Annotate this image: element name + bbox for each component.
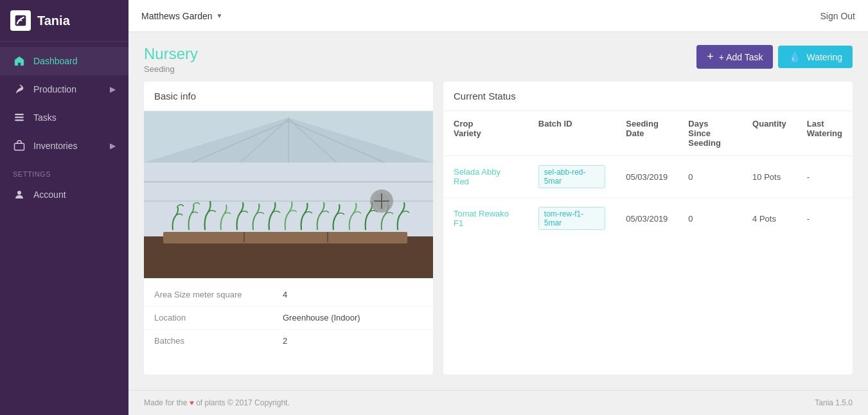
days-since-cell-1: 0	[678, 156, 742, 198]
quantity-cell-2: 4 Pots	[742, 198, 797, 240]
area-value: 4	[283, 290, 287, 299]
garden-name: Matthews Garden	[141, 11, 213, 21]
col-seeding-date: SeedingDate	[616, 111, 678, 156]
sign-out-button[interactable]: Sign Out	[820, 11, 855, 21]
info-row-area: Area Size meter square 4	[144, 283, 433, 306]
sidebar-item-production[interactable]: Production ▶	[0, 75, 128, 103]
seeding-date-cell-1: 05/03/2019	[616, 156, 678, 198]
crop-variety-cell: Selada Abby Red	[443, 156, 528, 198]
production-label: Production	[33, 84, 76, 94]
table-header-row: CropVariety Batch ID SeedingDate Days Si…	[443, 111, 853, 156]
topbar: Matthews Garden ▼ Sign Out	[128, 0, 868, 32]
add-task-label: + Add Task	[719, 52, 763, 62]
current-status-card: Current Status CropVariety Batch ID Seed…	[443, 82, 853, 375]
account-icon	[13, 188, 26, 201]
batch-id-badge-2: tom-rew-f1-5mar	[538, 207, 605, 230]
footer-left: Made for the ♥ of plants © 2017 Copyrigh…	[144, 398, 290, 407]
svg-rect-3	[15, 119, 24, 121]
basic-info-title: Basic info	[144, 82, 433, 111]
col-days-since: Days SinceSeeding	[678, 111, 742, 156]
seeding-date-cell-2: 05/03/2019	[616, 198, 678, 240]
col-batch-id: Batch ID	[528, 111, 616, 156]
settings-section-label: Settings	[0, 160, 128, 181]
svg-rect-22	[244, 232, 245, 242]
location-label: Location	[154, 313, 283, 322]
crop-variety-link-1[interactable]: Selada Abby Red	[454, 167, 500, 186]
tasks-label: Tasks	[33, 112, 57, 123]
basic-info-table: Area Size meter square 4 Location Greenh…	[144, 278, 433, 357]
batch-id-cell-1: sel-abb-red-5mar	[528, 156, 616, 198]
batches-label: Batches	[154, 336, 283, 346]
last-watering-cell-1: -	[797, 156, 853, 198]
garden-selector[interactable]: Matthews Garden ▼	[141, 11, 222, 21]
inventories-chevron-icon: ▶	[110, 141, 116, 150]
last-watering-cell-2: -	[797, 198, 853, 240]
col-last-watering: LastWatering	[797, 111, 853, 156]
home-icon	[13, 55, 26, 67]
svg-rect-23	[327, 232, 328, 242]
heart-icon: ♥	[190, 398, 194, 407]
header-actions: + + Add Task 💧 Watering	[696, 45, 853, 69]
dashboard-label: Dashboard	[33, 56, 78, 66]
days-since-cell-2: 0	[678, 198, 742, 240]
sidebar-item-tasks[interactable]: Tasks	[0, 103, 128, 132]
content-area: Basic info	[128, 82, 868, 390]
batch-id-cell-2: tom-rew-f1-5mar	[528, 198, 616, 240]
leaf-icon	[13, 83, 26, 96]
sidebar-logo: Tania	[0, 0, 128, 42]
table-row: Selada Abby Red sel-abb-red-5mar 05/03/2…	[443, 156, 853, 198]
page-header: Nursery Seeding + + Add Task 💧 Watering	[128, 32, 868, 82]
status-table: CropVariety Batch ID SeedingDate Days Si…	[443, 111, 853, 239]
main-content: Matthews Garden ▼ Sign Out Nursery Seedi…	[128, 0, 868, 415]
crop-variety-link-2[interactable]: Tomat Rewako F1	[454, 209, 509, 228]
inventories-label: Inventories	[33, 141, 77, 151]
current-status-title: Current Status	[443, 82, 853, 111]
page-title: Nursery	[144, 45, 198, 63]
batch-id-badge-1: sel-abb-red-5mar	[538, 165, 605, 188]
app-name: Tania	[37, 13, 70, 28]
sidebar-nav: Dashboard Production ▶ Tasks	[0, 42, 128, 415]
tasks-icon	[13, 111, 26, 124]
svg-point-5	[17, 191, 21, 195]
table-row: Tomat Rewako F1 tom-rew-f1-5mar 05/03/20…	[443, 198, 853, 240]
svg-rect-2	[15, 117, 24, 118]
basic-info-card: Basic info	[144, 82, 433, 375]
col-quantity: Quantity	[742, 111, 797, 156]
sidebar: Tania Dashboard Production ▶	[0, 0, 128, 415]
add-task-button[interactable]: + + Add Task	[696, 45, 773, 69]
area-label: Area Size meter square	[154, 290, 283, 299]
footer: Made for the ♥ of plants © 2017 Copyrigh…	[128, 390, 868, 415]
greenhouse-illustration	[144, 111, 433, 278]
svg-rect-1	[15, 114, 24, 115]
batches-value: 2	[283, 336, 287, 346]
col-crop-variety: CropVariety	[443, 111, 528, 156]
location-value: Greenhouse (Indoor)	[283, 313, 360, 322]
production-chevron-icon: ▶	[110, 85, 116, 94]
watering-button[interactable]: 💧 Watering	[778, 46, 853, 68]
water-drop-icon: 💧	[788, 51, 801, 63]
page-title-block: Nursery Seeding	[144, 45, 198, 74]
svg-rect-4	[15, 143, 24, 150]
svg-rect-17	[163, 232, 407, 243]
sidebar-item-account[interactable]: Account	[0, 181, 128, 209]
sidebar-item-inventories[interactable]: Inventories ▶	[0, 132, 128, 160]
app-logo-icon	[10, 10, 31, 31]
watering-label: Watering	[806, 52, 842, 62]
inventories-icon	[13, 139, 26, 152]
info-row-batches: Batches 2	[144, 330, 433, 352]
footer-right: Tania 1.5.0	[815, 398, 853, 407]
nursery-image	[144, 111, 433, 278]
sidebar-item-dashboard[interactable]: Dashboard	[0, 47, 128, 75]
account-label: Account	[33, 190, 66, 200]
garden-chevron-icon: ▼	[217, 12, 223, 19]
page-subtitle: Seeding	[144, 64, 198, 74]
plus-icon: +	[707, 50, 714, 64]
quantity-cell-1: 10 Pots	[742, 156, 797, 198]
info-row-location: Location Greenhouse (Indoor)	[144, 306, 433, 330]
crop-variety-cell: Tomat Rewako F1	[443, 198, 528, 240]
